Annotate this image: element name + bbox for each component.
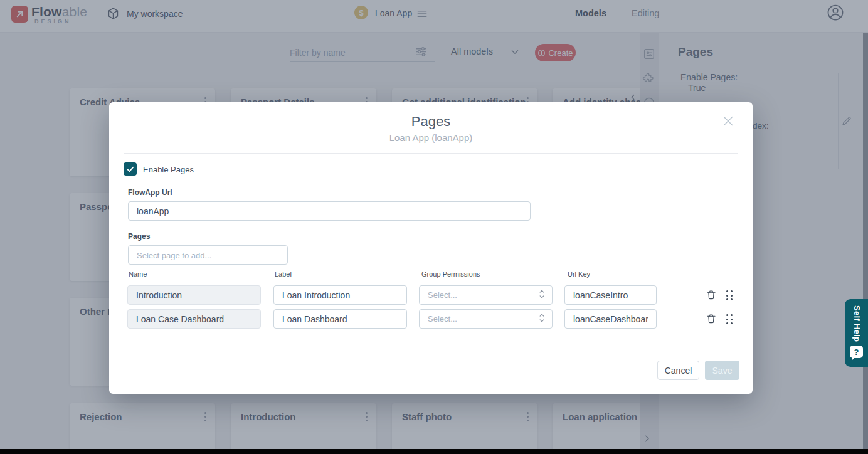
self-help-tab[interactable]: Self Help ? [845,299,868,367]
page-select-input[interactable] [128,245,288,265]
drag-handle[interactable] [726,290,733,301]
pages-label: Pages [128,232,150,241]
select-placeholder: Select... [428,314,537,324]
help-question-bubble-icon: ? [850,346,863,358]
select-placeholder: Select... [428,290,537,300]
drag-handle[interactable] [726,314,733,325]
dialog-title: Pages [109,114,753,130]
pages-dialog: Pages Loan App (loanApp) Enable Pages Fl… [109,102,753,394]
self-help-label: Self Help [852,305,862,342]
flowable-design-app: Flowable DESIGN My workspace $ Loan App … [0,0,868,454]
column-header-name: Name [129,270,147,278]
group-permissions-select[interactable]: Select... [419,309,553,329]
column-header-label: Label [275,270,292,278]
enable-pages-checkbox-label: Enable Pages [143,165,194,174]
question-mark: ? [854,347,859,357]
page-name-input [127,309,261,329]
page-label-input[interactable] [273,285,407,305]
flowapp-url-label: FlowApp Url [128,188,172,197]
delete-row-trash-icon[interactable] [706,313,717,327]
up-down-chevron-icon [537,289,546,302]
column-header-url-key: Url Key [568,270,590,278]
url-key-input[interactable] [564,309,657,329]
save-button[interactable]: Save [705,361,739,380]
up-down-chevron-icon [537,313,546,325]
flowapp-url-input[interactable] [128,201,531,221]
column-header-group-permissions: Group Permissions [421,270,480,278]
page-name-input [127,285,261,305]
dialog-divider [124,153,738,154]
bottom-bar [0,449,868,454]
enable-pages-checkbox[interactable] [124,162,137,176]
group-permissions-select[interactable]: Select... [419,285,553,305]
delete-row-trash-icon[interactable] [706,289,717,303]
dialog-subtitle: Loan App (loanApp) [109,132,753,143]
url-key-input[interactable] [564,285,657,305]
page-label-input[interactable] [273,309,407,329]
cancel-button[interactable]: Cancel [657,361,699,380]
